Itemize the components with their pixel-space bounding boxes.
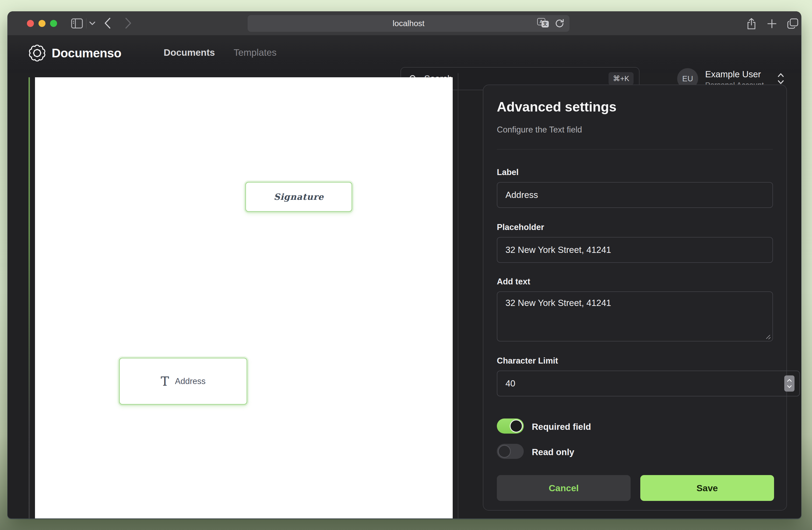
text-field-icon: T bbox=[161, 375, 169, 388]
signature-field[interactable]: Signature bbox=[245, 182, 352, 212]
avatar-initials: EU bbox=[682, 74, 693, 83]
save-button[interactable]: Save bbox=[640, 475, 774, 501]
placeholder-field-label: Placeholder bbox=[497, 222, 773, 232]
label-input[interactable] bbox=[497, 182, 773, 208]
read-only-toggle[interactable] bbox=[497, 444, 524, 459]
search-shortcut-badge: ⌘+K bbox=[609, 72, 634, 85]
character-limit-input[interactable] bbox=[497, 371, 800, 396]
required-field-label: Required field bbox=[532, 422, 591, 432]
account-switcher-icon[interactable] bbox=[777, 73, 785, 85]
signature-field-label: Signature bbox=[274, 192, 324, 202]
user-name: Example User bbox=[705, 69, 761, 80]
label-field-label: Label bbox=[497, 168, 773, 177]
sidebar-icon[interactable] bbox=[71, 18, 83, 29]
character-limit-field-label: Character Limit bbox=[497, 356, 773, 366]
tab-overview-icon[interactable] bbox=[787, 18, 799, 29]
number-stepper[interactable] bbox=[784, 375, 795, 392]
browser-window: localhost A 文 bbox=[8, 11, 801, 518]
panel-title: Advanced settings bbox=[497, 99, 773, 115]
minimize-window-button[interactable] bbox=[39, 20, 45, 27]
text-field-label: Address bbox=[175, 376, 206, 386]
panel-subtitle: Configure the Text field bbox=[497, 125, 773, 135]
zoom-window-button[interactable] bbox=[50, 20, 57, 27]
advanced-settings-panel: Advanced settings Configure the Text fie… bbox=[483, 85, 787, 511]
toolbar-divider bbox=[86, 18, 86, 29]
back-button[interactable] bbox=[104, 17, 111, 29]
address-bar[interactable]: localhost A 文 bbox=[248, 15, 569, 32]
toggle-knob bbox=[510, 420, 523, 433]
toggle-knob bbox=[498, 445, 511, 458]
close-window-button[interactable] bbox=[27, 20, 34, 27]
page-accent-line bbox=[29, 77, 30, 518]
read-only-label: Read only bbox=[532, 447, 574, 457]
panel-divider bbox=[497, 149, 773, 150]
nav-documents[interactable]: Documents bbox=[164, 47, 215, 58]
content-divider bbox=[458, 73, 458, 518]
forward-button[interactable] bbox=[125, 17, 132, 29]
url-text: localhost bbox=[393, 19, 424, 28]
translate-icon[interactable]: A 文 bbox=[537, 18, 550, 29]
app-header: Documenso Documents Templates ⌘+K EU Exa… bbox=[8, 36, 801, 73]
nav-templates[interactable]: Templates bbox=[234, 47, 277, 58]
reload-icon[interactable] bbox=[554, 18, 565, 29]
desktop: localhost A 文 bbox=[0, 0, 812, 530]
text-field-address[interactable]: T Address bbox=[119, 358, 247, 405]
required-field-toggle[interactable] bbox=[497, 419, 524, 434]
add-text-textarea[interactable]: 32 New York Street, 41241 bbox=[497, 291, 773, 341]
documenso-logo-icon bbox=[29, 44, 46, 62]
document-page bbox=[35, 77, 453, 518]
cancel-button[interactable]: Cancel bbox=[497, 475, 630, 501]
browser-titlebar: localhost A 文 bbox=[8, 11, 801, 36]
brand-wordmark[interactable]: Documenso bbox=[52, 46, 121, 60]
translate-cjk-glyph: 文 bbox=[541, 21, 549, 27]
share-icon[interactable] bbox=[746, 18, 757, 30]
placeholder-input[interactable] bbox=[497, 237, 773, 263]
add-text-field-label: Add text bbox=[497, 277, 773, 287]
new-tab-icon[interactable] bbox=[767, 18, 777, 29]
chevron-down-icon[interactable] bbox=[89, 22, 95, 25]
